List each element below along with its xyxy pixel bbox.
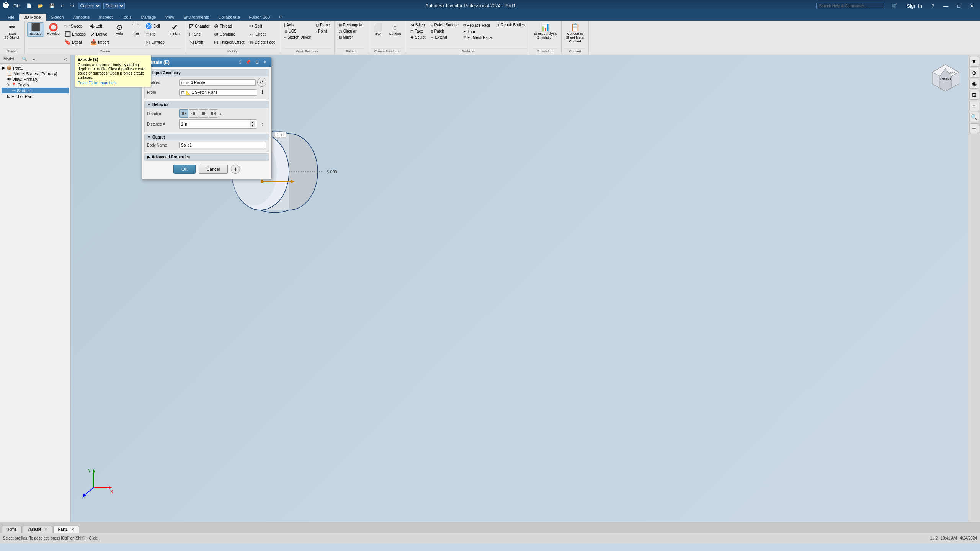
- tab-inspect[interactable]: Inspect: [95, 14, 117, 21]
- sculpt-button[interactable]: ◉ Sculpt: [408, 34, 428, 40]
- extrude-button[interactable]: ⬛ Extrude: [27, 22, 44, 37]
- split-button[interactable]: ✂ Split: [247, 22, 278, 30]
- profiles-clear-btn[interactable]: ↺: [257, 78, 266, 87]
- help-btn[interactable]: ?: [928, 2, 937, 10]
- store-btn[interactable]: 🛒: [888, 2, 900, 10]
- coil-button[interactable]: 🌀 Coil: [144, 22, 166, 30]
- tree-item-part1[interactable]: ▶ 📦 Part1: [2, 65, 69, 71]
- tab-view[interactable]: View: [160, 14, 179, 21]
- shell-button[interactable]: □ Shell: [188, 30, 211, 38]
- dialog-expand-btn[interactable]: ⊞: [254, 59, 260, 65]
- delete-face-button[interactable]: ✕ Delete Face: [247, 38, 278, 46]
- output-header[interactable]: ▼ Output: [145, 134, 269, 140]
- replace-face-button[interactable]: ⧈ Replace Face: [461, 22, 493, 28]
- right-panel-btn-7[interactable]: ↔: [969, 123, 979, 133]
- loft-button[interactable]: ◈ Loft: [88, 22, 111, 30]
- thread-button[interactable]: ⊛ Thread: [212, 22, 246, 30]
- viewcube[interactable]: FRONT TOP: [930, 63, 961, 93]
- vase-ipt-close-icon[interactable]: ✕: [44, 528, 47, 531]
- tab-part1[interactable]: Part1 ✕: [53, 526, 79, 533]
- tab-3dmodel[interactable]: 3D Model: [19, 14, 46, 21]
- right-panel-btn-1[interactable]: ▼: [969, 57, 979, 67]
- advanced-header[interactable]: ▶ Advanced Properties: [145, 154, 269, 160]
- combine-button[interactable]: ⊕ Combine: [212, 30, 246, 38]
- draft-button[interactable]: ◹ Draft: [188, 38, 211, 46]
- ruled-surface-button[interactable]: ⊟ Ruled Surface: [428, 22, 461, 28]
- new-btn[interactable]: 📄: [24, 3, 34, 9]
- right-panel-btn-6[interactable]: 🔍: [969, 112, 979, 122]
- ucs-button[interactable]: ⊞ UCS: [283, 28, 314, 34]
- mirror-button[interactable]: ⊟ Mirror: [337, 34, 366, 40]
- trim-button[interactable]: ✂ Trim: [461, 29, 493, 34]
- axis-button[interactable]: | Axis: [283, 22, 314, 28]
- tab-annotate[interactable]: Annotate: [68, 14, 94, 21]
- from-value-box[interactable]: ◻ 📐 1 Sketch Plane: [179, 89, 257, 96]
- sign-in-btn[interactable]: Sign In: [903, 2, 925, 10]
- distance-a-up[interactable]: ▲: [250, 121, 255, 124]
- tree-item-sketch1[interactable]: ✏ Sketch1: [2, 88, 69, 93]
- stitch-button[interactable]: ⋈ Stitch: [408, 22, 428, 28]
- ok-button[interactable]: OK: [173, 165, 196, 174]
- hole-button[interactable]: ⊙ Hole: [111, 22, 127, 37]
- right-panel-btn-2[interactable]: ⊕: [969, 68, 979, 78]
- model-tab[interactable]: Model: [2, 56, 16, 62]
- search-input[interactable]: [816, 3, 885, 9]
- stress-analysis-button[interactable]: 📊 Stress AnalysisSimulation: [532, 22, 559, 41]
- tab-more[interactable]: ⊕: [274, 13, 287, 21]
- tree-item-end-of-part[interactable]: ⊡ End of Part: [2, 93, 69, 99]
- finish-button[interactable]: ✔ Finish: [167, 22, 183, 37]
- right-panel-btn-4[interactable]: ⊡: [969, 90, 979, 100]
- emboss-button[interactable]: 🔲 Emboss: [62, 30, 88, 38]
- patch-button[interactable]: ⊕ Patch: [428, 28, 461, 34]
- repair-bodies-button[interactable]: ⚙ Repair Bodies: [494, 22, 527, 28]
- extend-button[interactable]: ↔ Extend: [428, 34, 461, 40]
- open-btn[interactable]: 📂: [36, 3, 45, 9]
- chamfer-button[interactable]: ◸ Chamfer: [188, 22, 211, 30]
- revolve-button[interactable]: ⭕ Revolve: [45, 22, 62, 37]
- workspace-dropdown[interactable]: Generic: [78, 3, 101, 9]
- decal-button[interactable]: 🔖 Decal: [62, 38, 88, 46]
- convert-sheet-metal-button[interactable]: 📋 Convert toSheet MetalConvert: [564, 22, 586, 44]
- circular-button[interactable]: ◎ Circular: [337, 28, 366, 34]
- direction-btn-1[interactable]: [179, 109, 188, 118]
- close-btn[interactable]: ✕: [967, 2, 977, 10]
- fillet-button[interactable]: ⌒ Fillet: [127, 22, 143, 37]
- rib-button[interactable]: ≡ Rib: [144, 30, 166, 38]
- tree-item-model-states[interactable]: 📋 Model States: [Primary]: [2, 71, 69, 77]
- fit-mesh-face-button[interactable]: ⊡ Fit Mesh Face: [461, 35, 493, 41]
- direction-btn-2[interactable]: [189, 109, 198, 118]
- tab-sketch[interactable]: Sketch: [46, 14, 69, 21]
- box-freeform-button[interactable]: ⬜ Box: [371, 22, 386, 37]
- direction-btn-3[interactable]: [199, 109, 208, 118]
- maximize-btn[interactable]: □: [954, 2, 964, 10]
- search-browser-btn[interactable]: 🔍: [20, 56, 29, 62]
- dialog-close-btn[interactable]: ✕: [262, 59, 268, 65]
- direct-button[interactable]: ↔ Direct: [247, 30, 278, 38]
- derive-button[interactable]: ↗ Derive: [88, 30, 111, 38]
- distance-a-expand-btn[interactable]: ↕: [259, 120, 266, 128]
- tab-environments[interactable]: Environments: [179, 14, 214, 21]
- tab-collaborate[interactable]: Collaborate: [214, 14, 244, 21]
- face-btn[interactable]: ◻ Face: [408, 28, 428, 34]
- filter-btn[interactable]: ≡: [31, 56, 37, 62]
- tree-item-view[interactable]: 👁 View: Primary: [2, 77, 69, 82]
- style-dropdown[interactable]: Default: [103, 3, 125, 9]
- tab-tools[interactable]: Tools: [117, 14, 136, 21]
- tab-home[interactable]: Home: [2, 526, 22, 533]
- distance-a-down[interactable]: ▼: [250, 124, 255, 127]
- save-btn[interactable]: 💾: [47, 3, 57, 9]
- tab-vase-ipt[interactable]: Vase.ipt ✕: [23, 526, 52, 533]
- file-menu[interactable]: File: [11, 3, 22, 9]
- convert-freeform-button[interactable]: ↕ Convert: [387, 22, 403, 37]
- collapse-sidebar-btn[interactable]: ◁: [62, 56, 69, 62]
- behavior-header[interactable]: ▼ Behavior: [145, 101, 269, 108]
- body-name-input[interactable]: [179, 142, 266, 148]
- from-info-btn[interactable]: ℹ: [259, 88, 266, 96]
- viewport[interactable]: Extrude (E) Creates a feature or body by…: [71, 55, 980, 522]
- dialog-pin-btn[interactable]: 📌: [244, 59, 252, 65]
- input-geometry-header[interactable]: ▼ Input Geometry: [145, 70, 269, 76]
- tree-item-origin[interactable]: ▷ 📍 Origin: [2, 82, 69, 88]
- unwrap-button[interactable]: ⊡ Unwrap: [144, 38, 166, 46]
- tab-file[interactable]: File: [3, 14, 19, 21]
- redo-btn[interactable]: ↪: [69, 3, 76, 9]
